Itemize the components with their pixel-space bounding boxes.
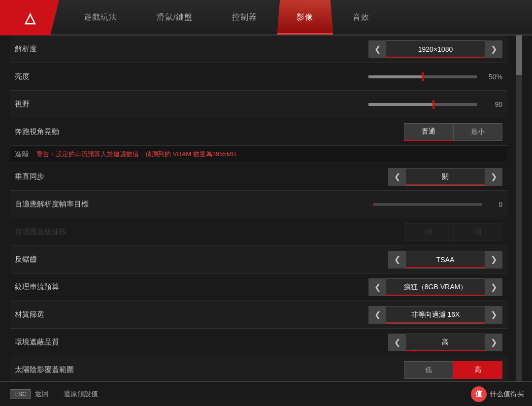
vsync-next[interactable]: ❯ <box>485 168 502 186</box>
sun-shadow-coverage-toggle: 低 高 <box>404 361 502 379</box>
watermark-icon: 值 <box>471 386 487 402</box>
fov-shake-normal[interactable]: 普通 <box>404 123 453 141</box>
ambient-occlusion-next[interactable]: ❯ <box>485 334 502 351</box>
resolution-label: 解析度 <box>15 44 153 54</box>
fov-shake-label: 奔跑視角晃動 <box>15 127 153 136</box>
back-label: 返回 <box>35 390 49 399</box>
vsync-row: 垂直同步 ❮ 關 ❯ <box>10 163 507 191</box>
fov-track[interactable] <box>368 103 477 106</box>
tab-video[interactable]: 影像 <box>277 0 333 34</box>
fov-shake-min[interactable]: 最小 <box>453 123 502 141</box>
texture-filter-selector: ❮ 非等向過濾 16X ❯ <box>368 306 502 324</box>
adaptive-res-control: 0 <box>153 201 502 208</box>
fov-thumb <box>432 100 434 109</box>
brightness-label: 亮度 <box>15 72 153 81</box>
brightness-track[interactable] <box>368 75 477 78</box>
fov-shake-toggle: 普通 最小 <box>404 123 502 141</box>
adaptive-super-toggle: 關 開 <box>404 223 502 241</box>
reset-button[interactable]: 還原預設值 <box>64 390 98 399</box>
ambient-occlusion-row: 環境遮蔽品質 ❮ 高 ❯ <box>10 329 507 356</box>
fov-row: 視野 90 <box>10 91 507 118</box>
vsync-label: 垂直同步 <box>15 172 153 181</box>
adaptive-res-value: 0 <box>488 201 502 208</box>
texture-budget-selector: ❮ 瘋狂（8GB VRAM） ❯ <box>368 278 502 296</box>
texture-budget-next[interactable]: ❯ <box>485 278 502 296</box>
texture-filter-value: 非等向過濾 16X <box>386 306 485 324</box>
reset-label: 還原預設值 <box>64 390 98 399</box>
brightness-fill <box>368 75 423 78</box>
fov-fill <box>368 103 433 106</box>
main-content: 解析度 ❮ 1920×1080 ❯ 亮度 50% <box>0 35 532 381</box>
fov-shake-control: 普通 最小 <box>153 123 502 141</box>
adaptive-res-track[interactable] <box>373 203 482 206</box>
bottom-bar: ESC 返回 還原預設值 值 什么值得买 <box>0 381 532 406</box>
adaptive-res-row: 自適應解析度幀率目標 0 <box>10 191 507 218</box>
texture-filter-next[interactable]: ❯ <box>485 306 502 324</box>
antialiasing-next[interactable]: ❯ <box>485 251 502 269</box>
watermark: 值 什么值得买 <box>471 386 524 402</box>
tab-mouse[interactable]: 滑鼠/鍵盤 <box>137 0 212 34</box>
resolution-control: ❮ 1920×1080 ❯ <box>153 40 502 58</box>
vsync-prev[interactable]: ❮ <box>388 168 406 186</box>
fov-label: 視野 <box>15 100 153 109</box>
brightness-control: 50% <box>153 73 502 81</box>
vsync-control: ❮ 關 ❯ <box>153 168 502 186</box>
fov-shake-row: 奔跑視角晃動 普通 最小 <box>10 118 507 146</box>
apex-logo: △ <box>25 10 35 26</box>
adaptive-res-label: 自適應解析度幀率目標 <box>15 200 153 209</box>
texture-filter-row: 材質篩選 ❮ 非等向過濾 16X ❯ <box>10 301 507 329</box>
esc-key: ESC <box>10 389 31 399</box>
logo-area: △ <box>0 0 59 35</box>
adaptive-super-label: 自適應超級採樣 <box>15 227 153 237</box>
texture-budget-control: ❮ 瘋狂（8GB VRAM） ❯ <box>153 278 502 296</box>
resolution-prev[interactable]: ❮ <box>368 40 386 58</box>
warning-section: 進階 警告：設定的串流預算大於建議數值，偵測到的 VRAM 數量為3955MB. <box>10 146 507 163</box>
watermark-text: 什么值得买 <box>490 390 524 399</box>
texture-budget-row: 紋理串流預算 ❮ 瘋狂（8GB VRAM） ❯ <box>10 273 507 301</box>
adaptive-super-control: 關 開 <box>153 223 502 241</box>
resolution-row: 解析度 ❮ 1920×1080 ❯ <box>10 35 507 63</box>
nav-tabs: 遊戲玩法 滑鼠/鍵盤 控制器 影像 音效 <box>64 0 389 34</box>
resolution-selector: ❮ 1920×1080 ❯ <box>368 40 502 58</box>
resolution-value: 1920×1080 <box>386 40 485 58</box>
ambient-occlusion-value: 高 <box>406 334 485 351</box>
sun-shadow-coverage-high[interactable]: 高 <box>453 361 502 379</box>
fov-control: 90 <box>153 101 502 108</box>
adaptive-super-row: 自適應超級採樣 關 開 <box>10 218 507 246</box>
adaptive-res-slider-group: 0 <box>373 201 502 208</box>
brightness-value: 50% <box>483 73 502 81</box>
texture-filter-prev[interactable]: ❮ <box>368 306 386 324</box>
antialiasing-label: 反鋸齒 <box>15 255 153 264</box>
brightness-row: 亮度 50% <box>10 63 507 91</box>
vsync-selector: ❮ 關 ❯ <box>388 168 502 186</box>
scrollbar-track[interactable] <box>516 35 522 381</box>
texture-filter-control: ❮ 非等向過濾 16X ❯ <box>153 306 502 324</box>
brightness-thumb <box>422 72 424 81</box>
ambient-occlusion-label: 環境遮蔽品質 <box>15 338 153 347</box>
antialiasing-control: ❮ TSAA ❯ <box>153 251 502 269</box>
resolution-next[interactable]: ❯ <box>485 40 502 58</box>
texture-budget-value: 瘋狂（8GB VRAM） <box>386 278 485 296</box>
scrollbar-thumb[interactable] <box>516 35 522 75</box>
tab-gameplay[interactable]: 遊戲玩法 <box>64 0 137 34</box>
sun-shadow-coverage-low[interactable]: 低 <box>404 361 453 379</box>
ambient-occlusion-prev[interactable]: ❮ <box>388 334 406 351</box>
settings-container: 解析度 ❮ 1920×1080 ❯ 亮度 50% <box>10 35 507 381</box>
fov-slider-group: 90 <box>368 101 502 108</box>
fov-value: 90 <box>483 101 502 108</box>
tab-audio[interactable]: 音效 <box>333 0 389 34</box>
header: △ 遊戲玩法 滑鼠/鍵盤 控制器 影像 音效 <box>0 0 532 35</box>
adaptive-res-fill <box>373 203 374 206</box>
ambient-occlusion-control: ❮ 高 ❯ <box>153 334 502 351</box>
antialiasing-row: 反鋸齒 ❮ TSAA ❯ <box>10 246 507 273</box>
texture-filter-label: 材質篩選 <box>15 310 153 319</box>
vsync-value: 關 <box>406 168 485 186</box>
antialiasing-value: TSAA <box>406 251 485 269</box>
tab-controller[interactable]: 控制器 <box>212 0 277 34</box>
back-button[interactable]: ESC 返回 <box>10 389 49 399</box>
texture-budget-label: 紋理串流預算 <box>15 282 153 292</box>
antialiasing-prev[interactable]: ❮ <box>388 251 406 269</box>
texture-budget-prev[interactable]: ❮ <box>368 278 386 296</box>
section-label: 進階 <box>15 150 29 159</box>
antialiasing-selector: ❮ TSAA ❯ <box>388 251 502 269</box>
